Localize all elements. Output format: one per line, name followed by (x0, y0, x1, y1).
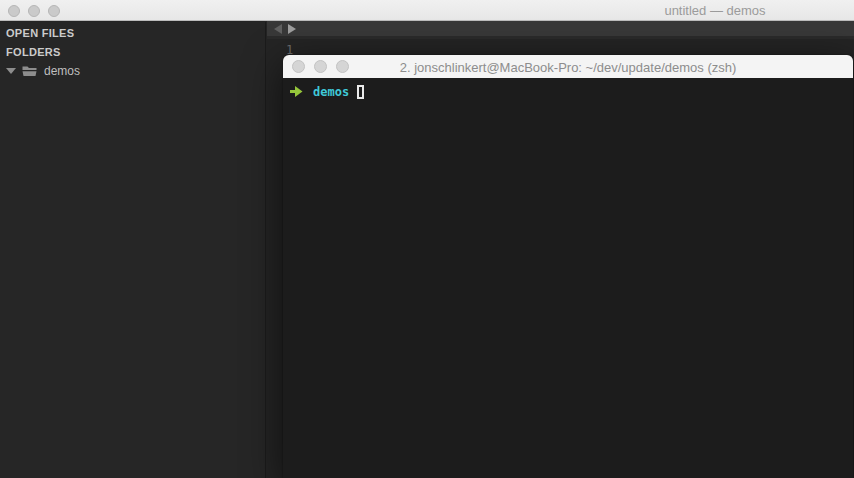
tab-bar (267, 21, 854, 39)
sidebar-folder-demos[interactable]: demos (0, 62, 265, 80)
sidebar: OPEN FILES FOLDERS demos (0, 22, 266, 478)
terminal-title: 2. jonschlinkert@MacBook-Pro: ~/dev/upda… (283, 59, 853, 74)
prompt-directory: demos (313, 85, 349, 99)
tab-scroll-right-icon[interactable] (288, 24, 296, 34)
folder-icon (22, 65, 37, 77)
main-window-title: untitled — demos (664, 3, 765, 18)
main-window-titlebar: untitled — demos (0, 0, 854, 21)
zoom-button[interactable] (48, 5, 60, 17)
folders-header: FOLDERS (0, 43, 265, 62)
disclosure-triangle-icon[interactable] (6, 68, 16, 74)
open-files-header: OPEN FILES (0, 24, 265, 43)
prompt-arrow-icon (290, 85, 304, 98)
tab-scroll-left-icon[interactable] (274, 24, 282, 34)
terminal-titlebar[interactable]: 2. jonschlinkert@MacBook-Pro: ~/dev/upda… (283, 55, 853, 78)
terminal-prompt-line: demos (290, 83, 853, 100)
terminal-content[interactable]: demos (283, 78, 853, 478)
terminal-cursor (357, 85, 364, 99)
close-button[interactable] (8, 5, 20, 17)
terminal-window: 2. jonschlinkert@MacBook-Pro: ~/dev/upda… (283, 55, 853, 478)
folder-label: demos (44, 64, 80, 78)
minimize-button[interactable] (28, 5, 40, 17)
main-window-controls (8, 0, 60, 21)
screen: untitled — demos OPEN FILES FOLDERS demo… (0, 0, 854, 478)
